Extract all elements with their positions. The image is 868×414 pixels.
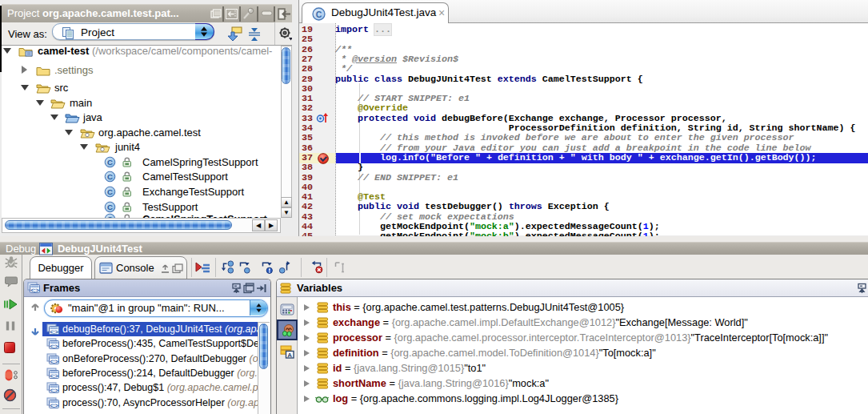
svg-text:C: C bbox=[107, 203, 113, 211]
svg-text:<:>: <:> bbox=[50, 373, 58, 379]
svg-text:<:>: <:> bbox=[50, 329, 58, 335]
svg-text:<:>: <:> bbox=[30, 287, 39, 293]
svg-text:<:>: <:> bbox=[50, 358, 58, 364]
svg-text:<:>: <:> bbox=[50, 402, 58, 408]
svg-text:<:>: <:> bbox=[50, 344, 58, 349]
svg-text:C: C bbox=[316, 10, 322, 19]
svg-text:<:>: <:> bbox=[50, 388, 58, 393]
svg-text:C: C bbox=[107, 187, 113, 196]
svg-text:C: C bbox=[107, 158, 113, 167]
svg-text:C: C bbox=[107, 172, 113, 181]
svg-text:A: A bbox=[287, 352, 292, 359]
